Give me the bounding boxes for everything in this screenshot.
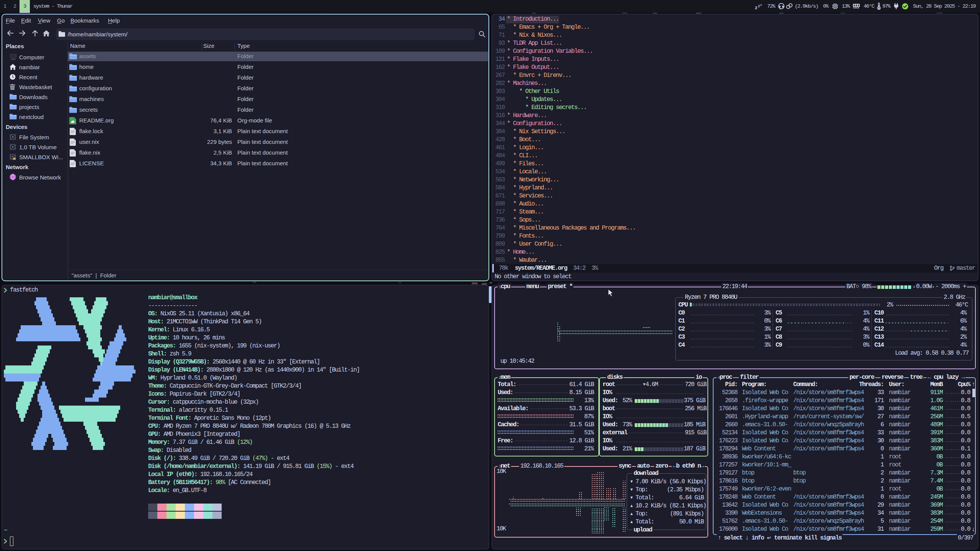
svg-text:z: z bbox=[758, 4, 760, 8]
svg-text:z: z bbox=[760, 3, 762, 7]
svg-text:z: z bbox=[755, 5, 758, 10]
